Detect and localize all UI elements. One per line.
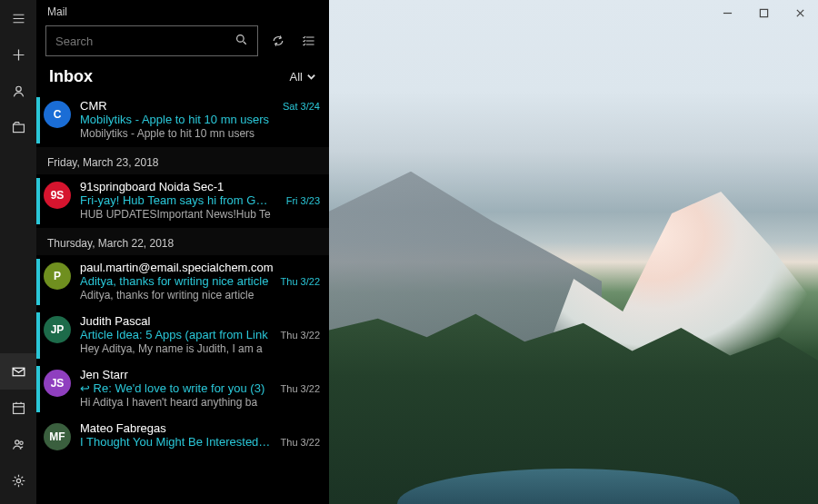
folders-button[interactable] [0,109,36,145]
message-date: Thu 3/22 [275,437,320,448]
mail-tab[interactable] [0,353,36,390]
filter-dropdown[interactable]: All [290,70,316,84]
message-date: Thu 3/22 [275,330,320,341]
date-header: Thursday, March 22, 2018 [36,228,329,255]
filter-label: All [290,70,303,84]
avatar: C [44,101,71,128]
message-preview: HUB UPDATESImportant News!Hub Te [80,208,320,221]
message-list[interactable]: CCMRSat 3/24Mobilytiks - Apple to hit 10… [36,94,329,504]
message-item[interactable]: CCMRSat 3/24Mobilytiks - Apple to hit 10… [36,94,329,147]
message-subject: ↩ Re: We'd love to write for you (3) [80,381,264,395]
avatar: MF [44,423,71,450]
chevron-down-icon [306,72,316,82]
svg-rect-3 [13,403,24,413]
message-date: Thu 3/22 [275,276,320,287]
message-item[interactable]: Ppaul.martin@email.specialchem.comAditya… [36,255,329,309]
app-title: Mail [36,0,329,22]
message-sender: Judith Pascal [80,314,150,328]
message-sender: Mateo Fabregas [80,421,166,435]
message-sender: CMR [80,99,107,113]
settings-button[interactable] [0,462,36,499]
message-item[interactable]: JPJudith PascalArticle Idea: 5 Apps (apa… [36,309,329,362]
message-subject: Aditya, thanks for writing nice article [80,274,268,288]
close-button[interactable] [782,0,818,25]
svg-point-5 [19,441,22,444]
avatar: 9S [44,182,71,209]
svg-rect-1 [13,124,24,133]
svg-point-4 [15,440,18,443]
sync-button[interactable] [267,30,289,52]
message-item[interactable]: MFMateo FabregasI Thought You Might Be I… [36,416,329,458]
svg-point-6 [16,479,20,482]
search-input[interactable] [55,35,234,48]
message-date: Fri 3/23 [281,195,320,206]
svg-point-7 [237,35,244,42]
message-sender: Jen Starr [80,368,128,381]
svg-rect-8 [760,9,767,16]
message-preview: Mobilytiks - Apple to hit 10 mn users [80,127,320,140]
accounts-button[interactable] [0,73,36,109]
message-date: Thu 3/22 [275,383,320,394]
message-subject: I Thought You Might Be Interested In [80,435,271,449]
message-preview: Hi Aditya I haven't heard anything ba [80,396,320,409]
message-item[interactable]: JSJen Starr↩ Re: We'd love to write for … [36,362,329,416]
message-subject: Mobilytiks - Apple to hit 10 mn users [80,113,269,126]
folder-name: Inbox [49,67,93,86]
people-tab[interactable] [0,426,36,462]
message-subject: Article Idea: 5 Apps (apart from Link [80,328,268,341]
minimize-button[interactable] [709,0,745,25]
search-icon[interactable] [234,33,248,50]
message-list-panel: Mail Inbox All CCMRSat 3/24Mobilytiks - [36,0,329,504]
search-box[interactable] [45,25,258,56]
reading-pane [329,0,818,504]
selection-mode-button[interactable] [298,30,320,52]
message-sender: 91springboard Noida Sec-1 [80,180,224,193]
message-date: Sat 3/24 [277,101,320,112]
message-preview: Aditya, thanks for writing nice article [80,289,320,301]
message-item[interactable]: 9S91springboard Noida Sec-1Fri-yay! Hub … [36,174,329,228]
calendar-tab[interactable] [0,390,36,426]
message-subject: Fri-yay! Hub Team says hi from Goa! [80,193,271,207]
avatar: JP [44,316,71,343]
avatar: JS [44,370,71,397]
message-preview: Hey Aditya, My name is Judith, I am a [80,342,320,355]
menu-button[interactable] [0,0,36,36]
nav-rail [0,0,36,504]
date-header: Friday, March 23, 2018 [36,147,329,174]
svg-point-0 [15,86,20,91]
new-mail-button[interactable] [0,36,36,73]
avatar: P [44,262,71,290]
svg-rect-2 [13,368,25,376]
message-sender: paul.martin@email.specialchem.com [80,261,274,274]
maximize-button[interactable] [745,0,782,25]
